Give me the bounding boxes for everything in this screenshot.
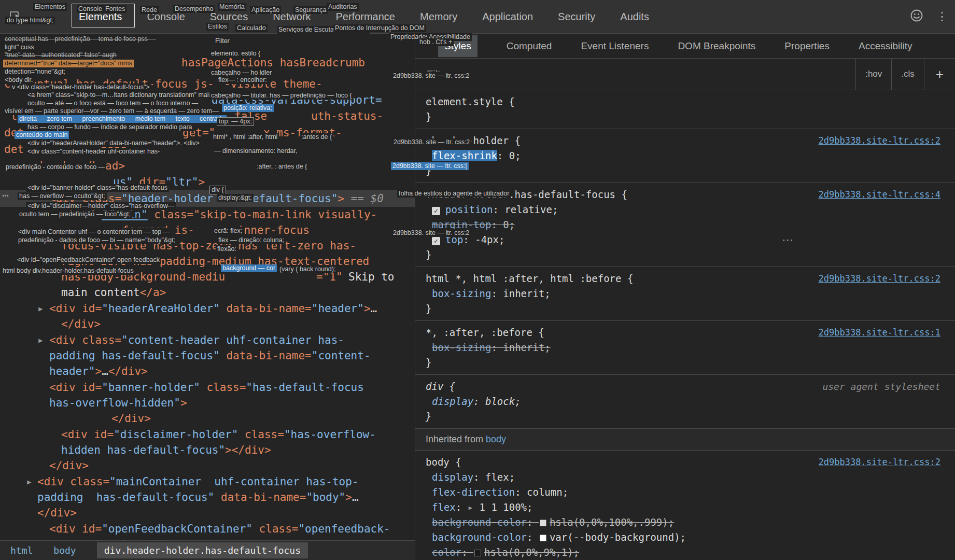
- code-token: uth-status-: [311, 110, 383, 122]
- code-token: "has-overflow-: [284, 428, 376, 441]
- more-options-icon[interactable]: ⋮: [936, 9, 948, 24]
- devtools-tab-audits[interactable]: Audits: [620, 11, 649, 23]
- code-token: >: [338, 192, 344, 205]
- code-token: "body": [306, 491, 345, 503]
- dom-tree-fragment[interactable]: -focused is-: [116, 222, 194, 238]
- code-token: data-bi-name=: [220, 302, 312, 315]
- code-token: </div>: [49, 459, 89, 472]
- dom-tree-fragment[interactable]: </div>: [111, 411, 151, 426]
- dom-tree-fragment[interactable]: get=": [182, 125, 215, 141]
- dom-tree-fragment[interactable]: data-css-variable-support=: [212, 92, 382, 108]
- devtools-tab-sources[interactable]: Sources: [210, 11, 248, 23]
- code-token: dir=: [133, 176, 165, 188]
- breadcrumb-bar: htmlbodydiv.header-holder.has-default-fo…: [0, 540, 415, 560]
- code-token: data-bi-name=: [214, 491, 306, 503]
- code-token: "banner-holder": [102, 381, 200, 394]
- code-token: "ltr": [165, 176, 198, 188]
- devtools-tab-bar: ElementsConsoleSourcesNetworkPerformance…: [0, 0, 955, 33]
- dom-tree: hasPageActions hasBreadcrumbconceptual h…: [0, 0, 955, 560]
- code-token: <a href=: [49, 208, 102, 221]
- dom-tree-fragment[interactable]: us" dir="ltr">: [113, 174, 205, 190]
- breadcrumb-item[interactable]: div.header-holder.has-default-focus: [97, 542, 308, 558]
- inspect-element-icon[interactable]: [8, 8, 24, 26]
- code-token: has-body-background-mediu: [61, 271, 225, 283]
- devtools-tab-network[interactable]: Network: [273, 11, 311, 23]
- dom-tree-fragment[interactable]: -visible theme-: [224, 76, 322, 92]
- dom-tree-fragment[interactable]: conceptual has-default-focus js-: [4, 76, 214, 92]
- code-token: </a>: [140, 286, 166, 299]
- code-token: …: [73, 160, 79, 172]
- dom-tree-fragment[interactable]: <a href="#main" class="skip-to-main-link…: [49, 207, 377, 222]
- code-token: …: [352, 491, 359, 503]
- code-token: data-css-variable-support=: [212, 94, 382, 106]
- dom-tree-fragment[interactable]: false: [234, 108, 267, 124]
- dom-tree-fragment[interactable]: <div id="banner-holder" class="has-defau…: [49, 380, 364, 395]
- dom-tree-fragment[interactable]: det: [4, 125, 24, 141]
- dom-tree-fragment[interactable]: ▸: [37, 301, 44, 316]
- code-token: <div class=: [49, 192, 121, 205]
- dom-tree-fragment[interactable]: uth-status-: [311, 108, 383, 124]
- dom-tree-fragment[interactable]: ⋯: [2, 188, 9, 203]
- dom-tree-fragment[interactable]: ▸: [20, 158, 26, 174]
- devtools-tab-elements[interactable]: Elements: [79, 11, 122, 23]
- code-token: none: [101, 143, 127, 156]
- code-token: hasPageActions hasBreadcrumb: [181, 57, 365, 69]
- code-token: "mainContainer uhf-container has-top-: [109, 475, 358, 488]
- dom-tree-fragment[interactable]: as-inner-focus: [218, 222, 310, 238]
- dom-tree-fragment[interactable]: <div id="headerAreaHolder" data-bi-name=…: [49, 301, 377, 316]
- dom-tree-fragment[interactable]: Skip to: [348, 269, 395, 285]
- code-token: main content: [61, 286, 140, 299]
- dom-tree-fragment[interactable]: ▸: [26, 474, 33, 489]
- dom-tree-fragment[interactable]: <div id="openFeedbackContainer" class="o…: [49, 521, 390, 537]
- dom-tree-fragment[interactable]: <div id="disclaimer-holder" class="has-o…: [61, 427, 376, 442]
- dom-tree-fragment[interactable]: hasPageActions hasBreadcrumb: [181, 55, 365, 71]
- code-token: -visible theme-: [224, 78, 322, 90]
- code-token: "skip-to-main-link visually-: [193, 208, 377, 221]
- dom-tree-fragment[interactable]: right-zero has-padding-medium has-text-c…: [61, 254, 369, 269]
- code-token: focus-visible has-top-zero has left-zero…: [61, 240, 356, 252]
- code-token: get=": [182, 127, 215, 139]
- code-token: -focused is-: [116, 224, 194, 236]
- devtools-tab-console[interactable]: Console: [147, 11, 185, 23]
- dom-tree-fragment[interactable]: padding has-default-focus" data-bi-name=…: [49, 348, 371, 363]
- dom-tree-fragment[interactable]: has-body-background-mediu: [61, 269, 225, 285]
- code-token: …: [102, 365, 108, 377]
- code-token: "has-default-focus: [246, 381, 364, 394]
- dom-tree-fragment[interactable]: has-overflow-hidden">: [49, 395, 187, 411]
- dom-tree-fragment[interactable]: </div>: [61, 316, 101, 332]
- feedback-smiley-icon[interactable]: [909, 8, 924, 25]
- code-token: <div id=: [49, 381, 102, 394]
- dom-tree-fragment[interactable]: det: [4, 142, 24, 157]
- code-token: >: [180, 397, 187, 409]
- dom-tree-fragment[interactable]: ="1": [316, 269, 343, 285]
- dom-tree-fragment[interactable]: main content</a>: [61, 285, 166, 300]
- dom-tree-fragment[interactable]: </div>: [37, 505, 77, 521]
- dom-tree-fragment[interactable]: focus-visible has-top-zero has left-zero…: [61, 238, 356, 254]
- code-token: </div>: [37, 507, 77, 519]
- dom-tree-fragment[interactable]: none: [101, 142, 127, 157]
- dom-tree-fragment[interactable]: </div>: [49, 458, 89, 473]
- devtools-tab-memory[interactable]: Memory: [420, 11, 457, 23]
- dom-tree-fragment[interactable]: padding has-default-focus" data-bi-name=…: [37, 489, 359, 505]
- toolbar-right-icons: ⋮: [909, 8, 948, 25]
- devtools-tab-security[interactable]: Security: [558, 11, 595, 23]
- breadcrumb-item[interactable]: html: [10, 545, 33, 556]
- code-token: "#main": [102, 208, 148, 221]
- dom-tree-fragment[interactable]: "tru: [4, 108, 31, 124]
- breadcrumb-item[interactable]: body: [53, 545, 76, 556]
- dom-tree-fragment[interactable]: <div class="mainContainer uhf-container …: [37, 474, 359, 489]
- devtools-tab-application[interactable]: Application: [482, 11, 533, 23]
- dom-tree-fragment[interactable]: <div class="content-header uhf-container…: [49, 332, 344, 348]
- dom-tree-fragment[interactable]: ▸: [37, 332, 44, 348]
- dom-tree-fragment[interactable]: hidden has-default-focus"></div>: [61, 442, 271, 458]
- code-token: right-zero has-padding-medium has-text-c…: [61, 255, 369, 268]
- dom-tree-fragment[interactable]: <head>…</head>: [33, 158, 125, 174]
- dom-tree-fragment[interactable]: x-ms-format-: [263, 125, 342, 141]
- code-token: class=: [148, 208, 194, 221]
- dom-tree-fragment[interactable]: header">…</div>: [49, 363, 148, 379]
- code-token: "openFeedbackContainer": [102, 523, 252, 535]
- code-token: ▸: [20, 160, 26, 172]
- selected-dom-node[interactable]: <div class="header-holder has-default-fo…: [49, 191, 384, 206]
- devtools-tab-performance[interactable]: Performance: [336, 11, 396, 23]
- code-token: "header": [312, 302, 364, 315]
